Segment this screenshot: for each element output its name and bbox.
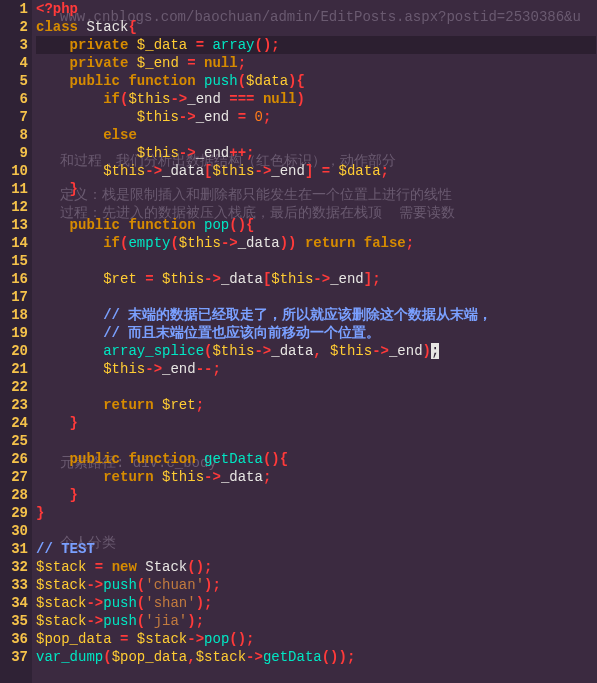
line-number: 18	[0, 306, 32, 324]
code-line[interactable]	[36, 198, 596, 216]
token-punc: ;	[406, 235, 414, 251]
token-var: $this	[137, 109, 179, 125]
token-brack: ]	[305, 163, 313, 179]
token-punc: (	[170, 235, 178, 251]
token-punc: {	[280, 451, 288, 467]
token-punc: ;	[372, 271, 380, 287]
token-arrow: ->	[246, 649, 263, 665]
token-punc: )	[330, 649, 338, 665]
token-kw: else	[103, 127, 137, 143]
code-line[interactable]: if($this->_end === null)	[36, 90, 596, 108]
token-op: ===	[229, 91, 254, 107]
code-line[interactable]	[36, 432, 596, 450]
token-punc: ;	[196, 613, 204, 629]
code-line[interactable]: $stack->push('chuan');	[36, 576, 596, 594]
token-punc: ,	[313, 343, 321, 359]
code-line[interactable]	[36, 378, 596, 396]
code-editor[interactable]: www.cnblogs.com/baochuan/admin/EditPosts…	[0, 0, 597, 683]
token-var: $stack	[36, 559, 86, 575]
token-punc: }	[70, 487, 78, 503]
code-line[interactable]: $stack->push('shan');	[36, 594, 596, 612]
line-number: 20	[0, 342, 32, 360]
token-arrow: ->	[145, 361, 162, 377]
token-prop: _end	[187, 91, 221, 107]
token-bool: false	[364, 235, 406, 251]
token-punc: (	[229, 631, 237, 647]
code-line[interactable]: private $_end = null;	[36, 54, 596, 72]
line-number: 37	[0, 648, 32, 666]
token-var: $this	[162, 469, 204, 485]
line-number: 16	[0, 270, 32, 288]
token-white: Stack	[145, 559, 187, 575]
code-line[interactable]: return $this->_data;	[36, 468, 596, 486]
token-arrow: ->	[170, 91, 187, 107]
code-line[interactable]: $stack->push('jia');	[36, 612, 596, 630]
line-number: 4	[0, 54, 32, 72]
token-prop: _end	[196, 109, 230, 125]
code-line[interactable]	[36, 252, 596, 270]
token-var: $stack	[36, 577, 86, 593]
code-line[interactable]: $this->_end++;	[36, 144, 596, 162]
code-line[interactable]: $pop_data = $stack->pop();	[36, 630, 596, 648]
code-line[interactable]: $this->_end--;	[36, 360, 596, 378]
token-arrow: ->	[187, 631, 204, 647]
code-line[interactable]: var_dump($pop_data,$stack->getData());	[36, 648, 596, 666]
code-line[interactable]: $this->_end = 0;	[36, 108, 596, 126]
token-arrow: ->	[204, 469, 221, 485]
token-punc: )	[196, 559, 204, 575]
token-punc: {	[297, 73, 305, 89]
code-line[interactable]: public function pop(){	[36, 216, 596, 234]
code-line[interactable]: class Stack{	[36, 18, 596, 36]
code-line[interactable]: if(empty($this->_data)) return false;	[36, 234, 596, 252]
token-op: =	[145, 271, 153, 287]
code-line[interactable]	[36, 288, 596, 306]
code-line[interactable]: $stack = new Stack();	[36, 558, 596, 576]
token-var: $this	[103, 361, 145, 377]
code-line[interactable]: return $ret;	[36, 396, 596, 414]
line-number: 1	[0, 0, 32, 18]
token-func: push	[103, 595, 137, 611]
token-punc: (	[137, 613, 145, 629]
code-line[interactable]: public function getData(){	[36, 450, 596, 468]
token-punc: )	[271, 451, 279, 467]
token-str: 'shan'	[145, 595, 195, 611]
code-line[interactable]: array_splice($this->_data, $this->_end);	[36, 342, 596, 360]
token-punc: )	[238, 631, 246, 647]
token-arrow: ->	[179, 109, 196, 125]
token-var: $_data	[137, 37, 187, 53]
token-comment: // 末端的数据已经取走了，所以就应该删除这个数据从末端，	[103, 307, 492, 323]
code-line[interactable]: <?php	[36, 0, 596, 18]
line-number: 19	[0, 324, 32, 342]
token-arrow: ->	[86, 613, 103, 629]
code-area[interactable]: <?phpclass Stack{ private $_data = array…	[36, 0, 596, 666]
code-line[interactable]: }	[36, 180, 596, 198]
code-line[interactable]: $this->_data[$this->_end] = $data;	[36, 162, 596, 180]
token-prop: _end	[162, 361, 196, 377]
token-func: getData	[204, 451, 263, 467]
line-number: 7	[0, 108, 32, 126]
code-line[interactable]: // 末端的数据已经取走了，所以就应该删除这个数据从末端，	[36, 306, 596, 324]
code-line[interactable]	[36, 522, 596, 540]
token-cursor: ;	[431, 343, 439, 359]
code-line[interactable]: else	[36, 126, 596, 144]
token-str: 'jia'	[145, 613, 187, 629]
token-func: push	[204, 73, 238, 89]
code-line[interactable]: }	[36, 486, 596, 504]
token-kw: return	[305, 235, 355, 251]
token-punc: (	[137, 577, 145, 593]
token-func: pop	[204, 217, 229, 233]
token-punc: ,	[187, 649, 195, 665]
token-op: =	[187, 55, 195, 71]
token-op: ++	[229, 145, 246, 161]
code-line[interactable]: $ret = $this->_data[$this->_end];	[36, 270, 596, 288]
token-bool: null	[263, 91, 297, 107]
code-line[interactable]: }	[36, 414, 596, 432]
code-line[interactable]: public function push($data){	[36, 72, 596, 90]
code-line[interactable]: }	[36, 504, 596, 522]
code-line[interactable]: private $_data = array();	[36, 36, 596, 54]
token-punc: ;	[263, 109, 271, 125]
code-line[interactable]: // 而且末端位置也应该向前移动一个位置。	[36, 324, 596, 342]
token-punc: )	[288, 235, 296, 251]
token-func: push	[103, 613, 137, 629]
code-line[interactable]: // TEST	[36, 540, 596, 558]
